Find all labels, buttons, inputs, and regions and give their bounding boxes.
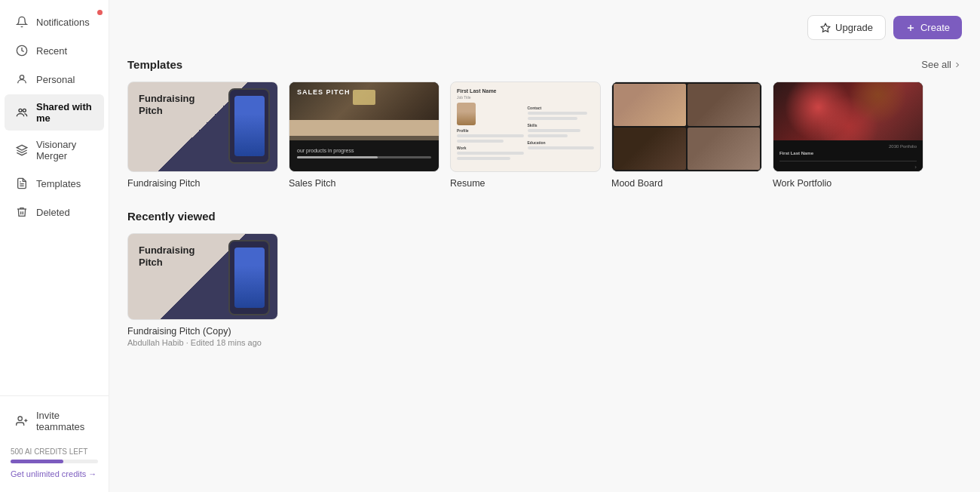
sidebar-item-label: Recent bbox=[36, 45, 67, 57]
fundraising-pitch-thumbnail: FundraisingPitch bbox=[127, 81, 278, 172]
clock-icon bbox=[15, 44, 29, 57]
layers-icon bbox=[15, 143, 29, 157]
person-plus-icon bbox=[15, 414, 29, 428]
get-credits-link[interactable]: Get unlimited credits → bbox=[0, 466, 109, 484]
phone-graphic bbox=[228, 88, 270, 164]
template-grid: FundraisingPitch Fundraising Pitch SALES… bbox=[127, 81, 962, 189]
card-label: Resume bbox=[450, 178, 601, 189]
template-card-mood-board[interactable]: Mood Board Mood Board bbox=[611, 81, 762, 189]
recently-card-meta: Abdullah Habib · Edited 18 mins ago bbox=[127, 338, 278, 347]
svg-point-2 bbox=[19, 109, 22, 112]
recently-card-label: Fundraising Pitch (Copy) bbox=[127, 326, 278, 337]
see-all-link[interactable]: See all bbox=[921, 59, 962, 70]
create-button[interactable]: Create bbox=[893, 16, 962, 39]
card-label: Mood Board bbox=[611, 178, 762, 189]
upgrade-button[interactable]: Upgrade bbox=[807, 15, 886, 40]
work-portfolio-thumbnail: First Last Name 2030 Portfolio › bbox=[773, 81, 923, 172]
credits-bar-background bbox=[11, 460, 98, 463]
template-card-sales-pitch[interactable]: SALES PITCH our products in progress Sal… bbox=[289, 81, 439, 189]
template-card-resume[interactable]: First Last Name Job Title Profile Work C… bbox=[450, 81, 601, 189]
chevron-right-icon bbox=[953, 60, 962, 69]
recently-viewed-title: Recently viewed bbox=[127, 210, 216, 223]
card-label: Sales Pitch bbox=[289, 178, 439, 189]
recently-card-fundraising-copy[interactable]: FundraisingPitch Fundraising Pitch (Copy… bbox=[127, 233, 278, 347]
sidebar: Notifications Recent Personal bbox=[0, 0, 109, 492]
sidebar-item-shared[interactable]: Shared with me bbox=[5, 94, 104, 131]
card-label: Fundraising Pitch bbox=[127, 178, 278, 189]
sidebar-item-deleted[interactable]: Deleted bbox=[5, 198, 104, 226]
sidebar-item-label: Notifications bbox=[36, 17, 90, 28]
templates-section-header: Templates See all bbox=[127, 58, 962, 71]
sidebar-item-label: Templates bbox=[36, 178, 81, 189]
recently-viewed-grid: FundraisingPitch Fundraising Pitch (Copy… bbox=[127, 233, 962, 347]
sidebar-item-label: Personal bbox=[36, 74, 75, 85]
sidebar-item-visionary[interactable]: Visionary Merger bbox=[5, 132, 104, 168]
upgrade-label: Upgrade bbox=[835, 22, 873, 33]
credits-section: 500 AI CREDITS LEFT bbox=[0, 440, 109, 466]
resume-thumbnail: First Last Name Job Title Profile Work C… bbox=[450, 81, 601, 172]
svg-marker-10 bbox=[821, 23, 830, 32]
sidebar-item-recent[interactable]: Recent bbox=[5, 37, 104, 64]
credits-bar-fill bbox=[11, 460, 63, 463]
mood-board-thumbnail: Mood Board bbox=[611, 81, 762, 172]
phone-graphic bbox=[228, 240, 270, 315]
svg-marker-4 bbox=[17, 145, 26, 150]
sidebar-item-label: Shared with me bbox=[36, 101, 93, 124]
fundraising-copy-thumbnail: FundraisingPitch bbox=[127, 233, 278, 320]
card-label: Work Portfolio bbox=[773, 178, 923, 189]
sales-pitch-thumbnail: SALES PITCH our products in progress bbox=[289, 81, 439, 172]
template-card-work-portfolio[interactable]: First Last Name 2030 Portfolio › Work Po… bbox=[773, 81, 923, 189]
notification-dot bbox=[97, 10, 103, 15]
person-circle-icon bbox=[15, 72, 29, 86]
main-content: Upgrade Create Templates See all Fundrai… bbox=[109, 0, 980, 492]
create-icon bbox=[905, 23, 916, 33]
bell-icon bbox=[15, 15, 29, 29]
sidebar-item-personal[interactable]: Personal bbox=[5, 66, 104, 93]
credits-text: 500 AI CREDITS LEFT bbox=[11, 447, 98, 456]
sidebar-item-notifications[interactable]: Notifications bbox=[5, 8, 104, 35]
templates-section-title: Templates bbox=[127, 58, 182, 71]
svg-point-1 bbox=[20, 75, 23, 79]
topbar: Upgrade Create bbox=[127, 15, 962, 40]
sidebar-item-label: Invite teammates bbox=[36, 410, 93, 432]
svg-point-3 bbox=[23, 109, 26, 112]
template-card-fundraising-pitch[interactable]: FundraisingPitch Fundraising Pitch bbox=[127, 81, 278, 189]
sidebar-item-invite[interactable]: Invite teammates bbox=[5, 403, 104, 439]
svg-point-7 bbox=[18, 417, 22, 420]
recently-viewed-section-header: Recently viewed bbox=[127, 210, 962, 223]
trash-icon bbox=[15, 205, 29, 219]
upgrade-icon bbox=[820, 23, 831, 33]
file-text-icon bbox=[15, 177, 29, 190]
sidebar-item-templates[interactable]: Templates bbox=[5, 170, 104, 197]
sidebar-item-label: Visionary Merger bbox=[36, 139, 93, 161]
sidebar-item-label: Deleted bbox=[36, 207, 70, 218]
create-label: Create bbox=[920, 22, 950, 33]
people-icon bbox=[15, 106, 29, 119]
